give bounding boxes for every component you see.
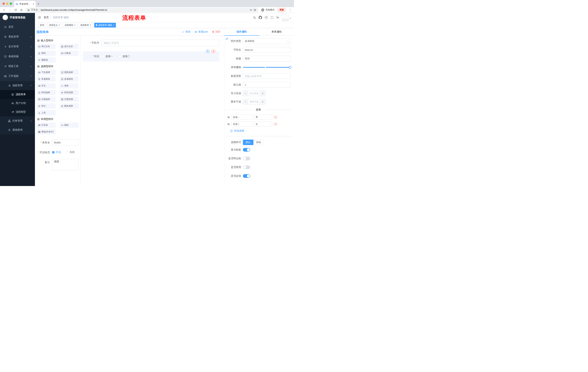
sidebar-item-payment[interactable]: ¥ 支付管理 xyxy=(0,42,35,52)
decrease-button[interactable]: − xyxy=(243,99,248,104)
copy-component-button[interactable] xyxy=(206,49,210,53)
fullscreen-icon[interactable] xyxy=(271,16,274,19)
option-name-input[interactable] xyxy=(231,122,253,127)
grid-slider[interactable] xyxy=(243,64,291,70)
palette-item-table[interactable]: 表格[开发中] xyxy=(37,129,56,135)
tag-close-icon[interactable]: × xyxy=(74,24,75,26)
palette-item-multi-line-text[interactable]: 多行文本 xyxy=(60,44,79,49)
browser-menu-icon[interactable]: ⋮ xyxy=(288,8,292,12)
decrease-button[interactable]: − xyxy=(243,91,248,96)
github-icon[interactable] xyxy=(259,16,262,19)
palette-item-select[interactable]: 下拉选择 xyxy=(37,70,56,75)
add-option-button[interactable]: 添加选项 xyxy=(230,129,244,132)
user-avatar-dropdown[interactable] xyxy=(282,14,291,21)
palette-item-checkbox-group[interactable]: 多选框组 xyxy=(60,76,79,82)
font-size-icon[interactable]: TT xyxy=(276,16,279,19)
max-select-input[interactable] xyxy=(248,99,260,104)
form-remark-textarea[interactable]: 嘿嘿 xyxy=(52,159,79,170)
back-button[interactable] xyxy=(2,8,6,12)
palette-item-switch[interactable]: 开关 xyxy=(37,83,56,88)
tag-home[interactable]: 首页 xyxy=(38,23,46,28)
selected-component-gender[interactable]: 性别 选项一 选项二 xyxy=(83,51,220,62)
help-icon[interactable]: ? xyxy=(265,16,268,19)
title-input[interactable] xyxy=(243,56,291,62)
palette-item-time-picker[interactable]: 时间选择 xyxy=(37,90,56,95)
form-name-input[interactable] xyxy=(52,139,79,146)
collapse-sidebar-button[interactable] xyxy=(38,16,41,19)
tag-close-icon[interactable]: × xyxy=(90,24,91,26)
style-button-button[interactable]: 按钮 xyxy=(253,139,264,145)
palette-item-date-range[interactable]: 日期范围 xyxy=(60,97,79,102)
palette-item-password[interactable]: 密码 xyxy=(37,51,56,56)
phone-input[interactable] xyxy=(101,40,220,46)
sidebar-item-leave-query[interactable]: 请假查询 xyxy=(0,125,35,135)
palette-item-button[interactable]: 按钮 xyxy=(60,122,79,128)
sidebar-item-process-mgmt[interactable]: 流程管理 xyxy=(0,81,35,90)
label-width-input[interactable] xyxy=(243,73,291,79)
default-value-input[interactable] xyxy=(243,82,291,88)
tab-component-props[interactable]: 组件属性 xyxy=(224,28,259,35)
palette-item-rate[interactable]: 评分 xyxy=(37,103,56,109)
tag-process-model[interactable]: 流程模型 × xyxy=(63,23,77,28)
tab-form-props[interactable]: 表单属性 xyxy=(259,28,294,35)
option-name-input[interactable] xyxy=(231,115,253,120)
bookmark-star-icon[interactable] xyxy=(254,9,256,11)
show-label-toggle[interactable] xyxy=(243,148,250,152)
sidebar-item-system[interactable]: 系统管理 xyxy=(0,32,35,42)
slider-track[interactable] xyxy=(243,67,291,68)
window-close-button[interactable] xyxy=(2,2,5,5)
increase-button[interactable]: + xyxy=(260,99,265,104)
forward-button[interactable] xyxy=(8,8,12,12)
tag-process-definition[interactable]: 流程定义 × xyxy=(47,23,62,28)
sidebar-item-home[interactable]: 首页 xyxy=(0,22,35,32)
sidebar-item-workflow[interactable]: 工作流程 xyxy=(0,71,35,81)
tag-close-icon[interactable]: × xyxy=(59,24,60,26)
drag-handle-icon[interactable] xyxy=(227,116,230,119)
palette-item-row-container[interactable]: 行容器 xyxy=(37,122,56,128)
sidebar-item-user-group[interactable]: 用户分组 xyxy=(0,99,35,107)
home-button[interactable] xyxy=(19,8,24,12)
palette-item-counter[interactable]: 计数器 xyxy=(60,51,79,56)
palette-item-time-range[interactable]: 时间范围 xyxy=(60,90,79,95)
border-toggle[interactable] xyxy=(243,157,250,160)
field-name-input[interactable] xyxy=(243,47,291,53)
palette-item-upload[interactable]: 上传 xyxy=(37,110,56,115)
sidebar-item-task-mgmt[interactable]: 任务管理 xyxy=(0,116,35,125)
component-type-select[interactable]: 多选框组 xyxy=(243,38,291,44)
sidebar-item-process-form[interactable]: 流程表单 xyxy=(0,90,35,99)
slider-handle[interactable] xyxy=(289,66,291,69)
option-value-input[interactable] xyxy=(254,115,272,120)
palette-item-single-line-text[interactable]: 单行文本 xyxy=(37,44,56,49)
palette-item-editor[interactable]: 编辑器 xyxy=(37,57,56,63)
min-select-input[interactable] xyxy=(248,91,260,96)
window-minimize-button[interactable] xyxy=(6,2,8,5)
new-tab-button[interactable]: + xyxy=(37,2,40,6)
option-value-input[interactable] xyxy=(254,122,272,127)
address-bar[interactable]: 不安全 dashboard.yudao.iocoder.cn/bpm/manag… xyxy=(25,8,259,12)
increase-button[interactable]: + xyxy=(260,91,265,96)
browser-tab[interactable]: 芋道管理系统 × xyxy=(14,1,36,7)
palette-item-date-picker[interactable]: 日期选择 xyxy=(37,97,56,102)
drag-handle-icon[interactable] xyxy=(227,123,230,126)
tab-close-icon[interactable]: × xyxy=(33,3,34,5)
view-json-button[interactable]: 查看json xyxy=(194,30,208,33)
tag-process-form-edit[interactable]: 流程表单-编辑 × xyxy=(94,23,116,28)
palette-item-slider[interactable]: 滑块 xyxy=(60,83,79,88)
sidebar-item-process-model[interactable]: 流程模型 xyxy=(0,107,35,116)
delete-component-button[interactable] xyxy=(211,49,215,53)
profile-chip[interactable]: 无痕模式 xyxy=(260,8,276,12)
palette-item-color-picker[interactable]: 颜色选择 xyxy=(60,103,79,109)
required-toggle[interactable] xyxy=(243,174,250,178)
key-icon[interactable] xyxy=(250,9,252,11)
clear-button[interactable]: 清空 xyxy=(212,30,220,33)
status-off-radio[interactable]: 关闭 xyxy=(66,151,74,154)
palette-item-radio-group[interactable]: 单选框组 xyxy=(37,76,56,82)
remove-option-button[interactable] xyxy=(274,123,277,126)
search-icon[interactable] xyxy=(253,16,256,19)
disabled-toggle[interactable] xyxy=(243,165,250,169)
tag-process-form[interactable]: 流程表单 × xyxy=(79,23,93,28)
palette-item-cascader[interactable]: 级联选择 xyxy=(60,70,79,75)
gender-option-2-checkbox[interactable]: 选项二 xyxy=(118,55,130,58)
reload-button[interactable] xyxy=(13,8,18,12)
gender-option-1-checkbox[interactable]: 选项一 xyxy=(101,55,113,58)
